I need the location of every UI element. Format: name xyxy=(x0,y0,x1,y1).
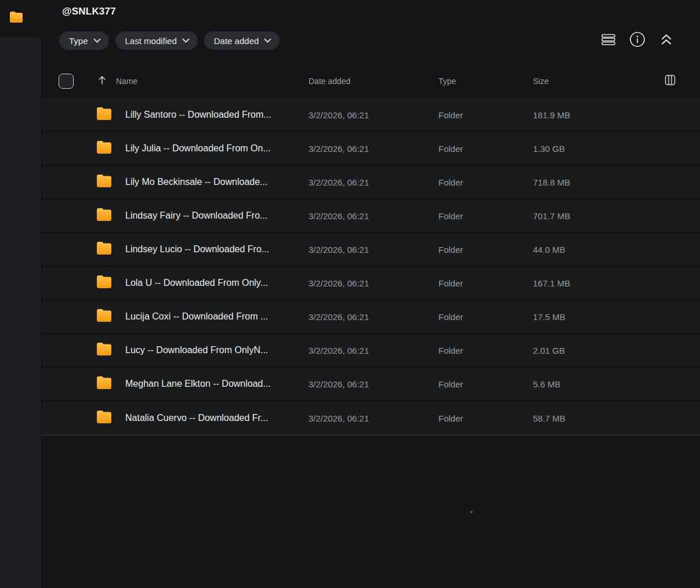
folder-icon xyxy=(96,207,113,224)
table-row[interactable]: Lucy -- Downloaded From OnlyN... 3/2/202… xyxy=(42,334,700,368)
file-type: Folder xyxy=(438,413,463,423)
file-date-added: 3/2/2026, 06:21 xyxy=(309,110,369,120)
sidebar-rail xyxy=(0,37,42,588)
file-name: Lindsay Fairy -- Downloaded Fro... xyxy=(125,210,267,221)
file-date-added: 3/2/2026, 06:21 xyxy=(309,211,369,221)
table-row[interactable]: Lucija Coxi -- Downloaded From ... 3/2/2… xyxy=(42,300,700,334)
table-row[interactable]: Lily Mo Beckinsale -- Downloade... 3/2/2… xyxy=(42,166,700,199)
filter-bar: Type Last modified Date added xyxy=(59,31,280,50)
file-name: Meghan Lane Elkton -- Download... xyxy=(125,379,271,389)
file-size: 2.01 GB xyxy=(533,346,565,355)
file-size: 44.0 MB xyxy=(533,245,565,255)
table-row[interactable]: Lindsey Lucio -- Downloaded Fro... 3/2/2… xyxy=(42,233,700,267)
column-header-size[interactable]: Size xyxy=(533,77,549,86)
file-name: Lola U -- Downloaded From Only... xyxy=(125,278,268,288)
file-date-added: 3/2/2026, 06:21 xyxy=(309,144,369,154)
file-name: Lilly Santoro -- Downloaded From... xyxy=(125,110,271,120)
file-name: Lucy -- Downloaded From OnlyN... xyxy=(125,345,268,355)
file-size: 58.7 MB xyxy=(533,413,565,423)
filter-date-added-dropdown[interactable]: Date added xyxy=(204,31,280,50)
file-size: 17.5 MB xyxy=(533,312,565,322)
folder-icon xyxy=(96,375,113,393)
table-header: Name Date added Type Size xyxy=(42,64,700,99)
sort-ascending-arrow-icon[interactable] xyxy=(97,75,107,88)
table-row[interactable]: Lilly Santoro -- Downloaded From... 3/2/… xyxy=(42,99,700,132)
table-row[interactable]: Lindsay Fairy -- Downloaded Fro... 3/2/2… xyxy=(42,199,700,233)
file-type: Folder xyxy=(438,245,463,255)
file-size: 181.9 MB xyxy=(533,110,570,120)
filter-last-modified-label: Last modified xyxy=(125,36,177,46)
chevron-down-icon xyxy=(93,38,101,43)
columns-icon[interactable] xyxy=(665,75,676,88)
folder-icon xyxy=(96,308,113,325)
file-type: Folder xyxy=(438,278,463,288)
folder-icon[interactable] xyxy=(9,10,24,26)
table-row[interactable]: Lily Julia -- Downloaded From On... 3/2/… xyxy=(42,132,700,166)
file-type: Folder xyxy=(438,110,463,120)
page-title: @SNLK377 xyxy=(62,6,116,17)
filter-last-modified-dropdown[interactable]: Last modified xyxy=(115,31,198,50)
file-date-added: 3/2/2026, 06:21 xyxy=(309,278,369,288)
file-date-added: 3/2/2026, 06:21 xyxy=(309,379,369,389)
chevron-down-icon xyxy=(264,38,271,43)
file-name: Lindsey Lucio -- Downloaded Fro... xyxy=(125,244,269,255)
table-row[interactable]: Meghan Lane Elkton -- Download... 3/2/20… xyxy=(42,368,700,401)
file-size: 718.8 MB xyxy=(533,177,570,187)
chevron-down-icon xyxy=(182,38,190,43)
folder-icon xyxy=(96,173,113,191)
file-type: Folder xyxy=(438,144,463,154)
folder-icon xyxy=(96,342,113,359)
file-type: Folder xyxy=(438,211,463,221)
select-all-checkbox[interactable] xyxy=(59,74,74,89)
file-date-added: 3/2/2026, 06:21 xyxy=(309,312,369,322)
file-type: Folder xyxy=(438,177,463,187)
folder-icon xyxy=(96,409,113,427)
file-name: Lily Julia -- Downloaded From On... xyxy=(125,143,271,154)
filter-type-dropdown[interactable]: Type xyxy=(59,31,109,50)
file-name: Lucija Coxi -- Downloaded From ... xyxy=(125,311,268,322)
file-size: 5.6 MB xyxy=(533,379,561,389)
column-header-type[interactable]: Type xyxy=(438,77,456,86)
list-view-icon[interactable] xyxy=(600,31,616,48)
file-type: Folder xyxy=(438,379,463,389)
file-list: Lilly Santoro -- Downloaded From... 3/2/… xyxy=(42,99,700,435)
info-icon[interactable] xyxy=(629,31,645,48)
file-date-added: 3/2/2026, 06:21 xyxy=(309,245,369,255)
folder-icon xyxy=(96,241,113,258)
column-header-date-added[interactable]: Date added xyxy=(309,77,350,86)
toolbar xyxy=(600,31,674,48)
file-size: 701.7 MB xyxy=(533,211,570,221)
file-type: Folder xyxy=(438,346,463,355)
table-row[interactable]: Lola U -- Downloaded From Only... 3/2/20… xyxy=(42,267,700,300)
loading-dot xyxy=(470,511,473,513)
table-row[interactable]: Natalia Cuervo -- Downloaded Fr... 3/2/2… xyxy=(42,401,700,435)
file-type: Folder xyxy=(438,312,463,322)
folder-icon xyxy=(96,140,113,157)
filter-type-label: Type xyxy=(69,36,88,46)
file-size: 1.30 GB xyxy=(533,144,565,154)
column-header-name[interactable]: Name xyxy=(116,77,137,86)
file-name: Lily Mo Beckinsale -- Downloade... xyxy=(125,177,267,187)
filter-date-added-label: Date added xyxy=(214,36,259,46)
folder-icon xyxy=(96,106,113,124)
file-date-added: 3/2/2026, 06:21 xyxy=(309,346,369,355)
file-date-added: 3/2/2026, 06:21 xyxy=(309,177,369,187)
file-name: Natalia Cuervo -- Downloaded Fr... xyxy=(125,413,268,423)
file-size: 167.1 MB xyxy=(533,278,570,288)
collapse-up-icon[interactable] xyxy=(658,31,674,48)
folder-icon xyxy=(96,274,113,292)
file-date-added: 3/2/2026, 06:21 xyxy=(309,413,369,423)
